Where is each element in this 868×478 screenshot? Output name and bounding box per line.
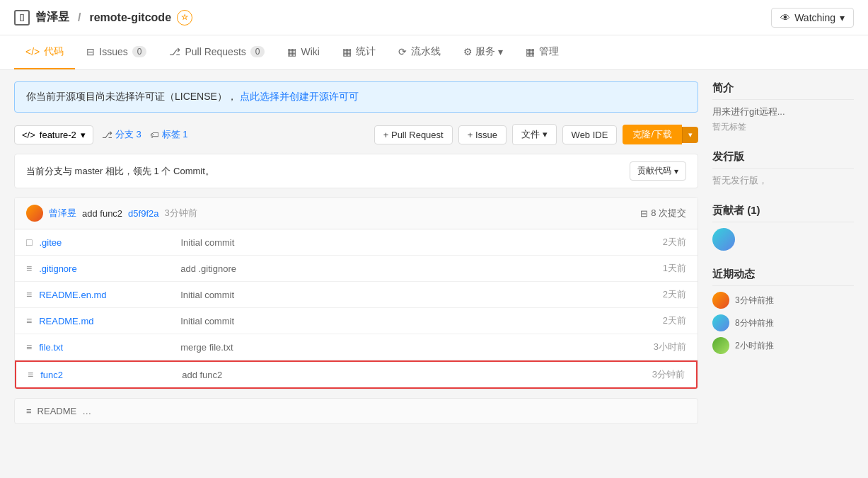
tab-issues[interactable]: ⊟ Issues 0 bbox=[75, 36, 158, 69]
commit-message[interactable]: add func2 bbox=[82, 208, 122, 219]
repo-type-icon: [] bbox=[14, 10, 30, 25]
file-name[interactable]: func2 bbox=[40, 370, 182, 380]
commit-hash[interactable]: d5f9f2a bbox=[128, 208, 158, 219]
main-layout: 你当前开源项目尚未选择许可证（LICENSE）， 点此选择并创建开源许可可 </… bbox=[0, 70, 868, 436]
current-branch-label: feature-2 bbox=[40, 130, 76, 140]
file-button[interactable]: 文件 ▾ bbox=[512, 124, 557, 145]
notice-link[interactable]: 点此选择并创建开源许可可 bbox=[240, 91, 359, 102]
clone-button-caret[interactable]: ▾ bbox=[682, 127, 698, 143]
tab-manage-label: 管理 bbox=[539, 45, 559, 58]
owner-name[interactable]: 曾泽昱 bbox=[35, 10, 69, 25]
sidebar-intro: 简介 用来进行git远程... 暂无标签 bbox=[712, 81, 854, 133]
activity-time: 8分钟前推 bbox=[735, 317, 774, 329]
file-list-header: 曾泽昱 add func2 d5f9f2a 3分钟前 ⊟ 8 次提交 bbox=[15, 198, 698, 229]
readme-expand-icon: … bbox=[82, 406, 91, 416]
tab-issues-label: Issues bbox=[99, 46, 127, 57]
manage-icon: ▦ bbox=[526, 46, 535, 57]
issues-badge: 0 bbox=[132, 46, 147, 57]
file-commit-msg: merge file.txt bbox=[180, 342, 615, 353]
file-name[interactable]: .gitignore bbox=[39, 263, 180, 274]
branch-icon: </> bbox=[22, 130, 35, 140]
file-time: 1天前 bbox=[615, 262, 686, 275]
tab-code[interactable]: </> 代码 bbox=[14, 35, 75, 69]
sidebar-release-title: 发行版 bbox=[712, 150, 854, 169]
file-row: ≡ .gitignore add .gitignore 1天前 bbox=[15, 256, 698, 282]
tab-services-label: 服务 bbox=[475, 45, 495, 58]
tab-manage[interactable]: ▦ 管理 bbox=[514, 35, 570, 69]
activity-avatar bbox=[712, 337, 729, 354]
branch-select[interactable]: </> feature-2 ▾ bbox=[14, 125, 93, 144]
tab-pipeline[interactable]: ⟳ 流水线 bbox=[387, 35, 452, 69]
tab-stats[interactable]: ▦ 统计 bbox=[331, 35, 387, 69]
file-label: 文件 bbox=[521, 129, 540, 140]
commit-time: 3分钟前 bbox=[164, 207, 197, 220]
sidebar-intro-desc: 用来进行git远程... bbox=[712, 106, 854, 118]
readme-bar: ≡ README … bbox=[14, 398, 698, 424]
file-icon: ≡ bbox=[26, 315, 32, 326]
tab-pullrequests[interactable]: ⎇ Pull Requests 0 bbox=[158, 36, 276, 69]
tab-wiki[interactable]: ▦ Wiki bbox=[276, 36, 330, 69]
file-commit-msg: Initial commit bbox=[180, 237, 615, 248]
issues-icon: ⊟ bbox=[86, 46, 95, 57]
branches-count-label[interactable]: 分支 3 bbox=[115, 128, 141, 141]
file-row: ≡ README.en.md Initial commit 2天前 bbox=[15, 282, 698, 308]
nav-tabs: </> 代码 ⊟ Issues 0 ⎇ Pull Requests 0 ▦ Wi… bbox=[0, 35, 868, 70]
tag-icon: 🏷 bbox=[150, 130, 159, 140]
activity-list: 3分钟前推 8分钟前推 2小时前推 bbox=[712, 292, 854, 354]
file-icon: ≡ bbox=[26, 341, 32, 353]
committer-name[interactable]: 曾泽昱 bbox=[49, 207, 76, 220]
wiki-icon: ▦ bbox=[287, 46, 296, 57]
activity-avatar bbox=[712, 292, 729, 309]
file-chevron-icon: ▾ bbox=[543, 129, 548, 140]
eye-icon: 👁 bbox=[780, 12, 790, 23]
contribute-button[interactable]: 贡献代码 ▾ bbox=[630, 161, 686, 181]
pr-badge: 0 bbox=[250, 46, 265, 57]
sidebar-activity-title: 近期动态 bbox=[712, 268, 854, 286]
file-row-highlighted: ≡ func2 add func2 3分钟前 bbox=[15, 360, 698, 389]
sidebar-release-desc: 暂无发行版， bbox=[712, 174, 854, 187]
sidebar-contributors-title: 贡献者 (1) bbox=[712, 204, 854, 222]
commit-count[interactable]: ⊟ 8 次提交 bbox=[640, 207, 686, 220]
tab-services[interactable]: ⚙ 服务 ▾ bbox=[452, 35, 514, 69]
commit-ahead-text: 当前分支与 master 相比，领先 1 个 Commit。 bbox=[26, 165, 214, 178]
content-area: 你当前开源项目尚未选择许可证（LICENSE）， 点此选择并创建开源许可可 </… bbox=[14, 81, 698, 424]
sidebar-activity: 近期动态 3分钟前推 8分钟前推 2小时前推 bbox=[712, 268, 854, 354]
file-commit-msg: Initial commit bbox=[180, 290, 615, 300]
clone-button-main[interactable]: 克隆/下载 bbox=[623, 125, 682, 144]
contributor-avatar[interactable] bbox=[712, 228, 735, 251]
readme-label: README bbox=[37, 406, 77, 416]
file-name[interactable]: README.md bbox=[39, 316, 180, 326]
activity-item: 3分钟前推 bbox=[712, 292, 854, 309]
tab-code-label: 代码 bbox=[44, 45, 64, 58]
tags-info: 🏷 标签 1 bbox=[150, 128, 188, 141]
slash-separator: / bbox=[78, 11, 81, 24]
file-list: 曾泽昱 add func2 d5f9f2a 3分钟前 ⊟ 8 次提交 □ .gi… bbox=[14, 197, 698, 389]
license-notice: 你当前开源项目尚未选择许可证（LICENSE）， 点此选择并创建开源许可可 bbox=[14, 81, 698, 113]
services-icon: ⚙ bbox=[463, 46, 473, 57]
branches-info: ⎇ 分支 3 bbox=[102, 128, 141, 141]
file-name[interactable]: .gitee bbox=[39, 237, 180, 248]
tab-stats-label: 统计 bbox=[356, 45, 376, 58]
tags-count-label[interactable]: 标签 1 bbox=[162, 128, 188, 141]
file-name[interactable]: file.txt bbox=[39, 342, 180, 353]
file-name[interactable]: README.en.md bbox=[39, 290, 180, 300]
contributors-list bbox=[712, 228, 854, 251]
code-icon: </> bbox=[25, 46, 40, 57]
file-time: 3小时前 bbox=[615, 341, 686, 353]
branch-bar: </> feature-2 ▾ ⎇ 分支 3 🏷 标签 1 + Pull R bbox=[14, 124, 698, 145]
pull-request-button[interactable]: + Pull Request bbox=[374, 125, 453, 144]
activity-avatar bbox=[712, 314, 729, 331]
readme-file-icon: ≡ bbox=[26, 406, 32, 416]
folder-icon: □ bbox=[26, 237, 32, 248]
services-chevron-icon: ▾ bbox=[498, 46, 503, 57]
watching-button[interactable]: 👁 Watching ▾ bbox=[771, 8, 854, 28]
tab-pipeline-label: 流水线 bbox=[411, 45, 441, 58]
issue-button[interactable]: + Issue bbox=[458, 125, 507, 144]
repo-name[interactable]: remote-gitcode bbox=[89, 11, 171, 24]
webide-button[interactable]: Web IDE bbox=[562, 125, 618, 144]
sidebar-intro-tag: 暂无标签 bbox=[712, 121, 854, 133]
file-icon: ≡ bbox=[26, 263, 32, 274]
branch-info: ⎇ 分支 3 🏷 标签 1 bbox=[102, 128, 188, 141]
stats-icon: ▦ bbox=[342, 46, 352, 57]
branch-fork-icon: ⎇ bbox=[102, 130, 112, 140]
